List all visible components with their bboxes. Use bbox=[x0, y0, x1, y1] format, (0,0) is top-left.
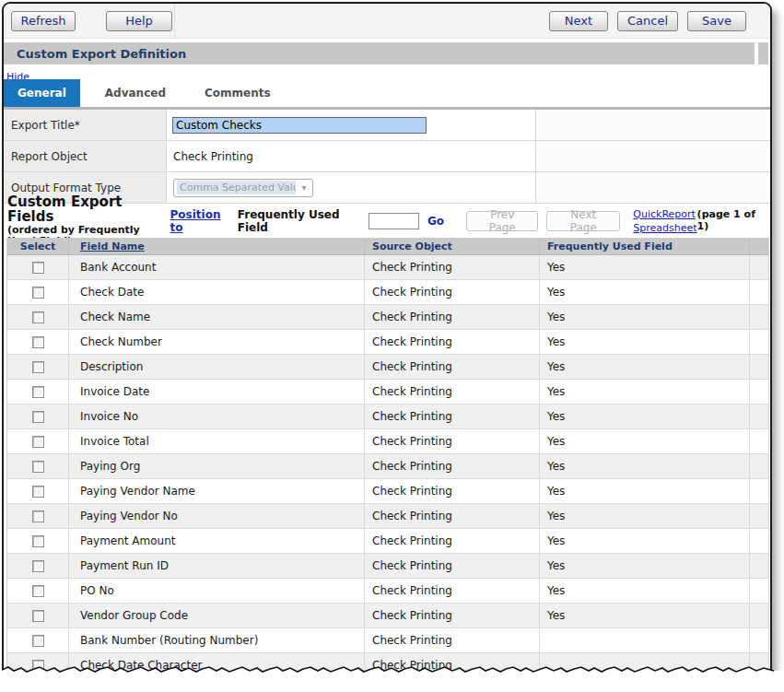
export-links: QuickReport Spreadsheet bbox=[633, 207, 696, 235]
table-row: Paying Org Check Printing Yes bbox=[7, 454, 768, 479]
cell-frequently-used-field: Yes bbox=[540, 380, 750, 404]
column-header-frequently-used-field: Frequently Used Field bbox=[540, 238, 750, 254]
application-window: Refresh Help Next Cancel Save Custom Exp… bbox=[2, 2, 772, 678]
cell-source-object: Check Printing bbox=[365, 554, 540, 578]
row-checkbox[interactable] bbox=[32, 411, 44, 423]
field-name-sort-link[interactable]: Field Name bbox=[80, 240, 145, 252]
cell-end-spacer bbox=[750, 604, 768, 627]
cell-source-object: Check Printing bbox=[365, 405, 540, 428]
row-checkbox[interactable] bbox=[32, 311, 44, 323]
select-cell bbox=[7, 280, 69, 304]
cell-frequently-used-field: Yes bbox=[540, 529, 750, 553]
cell-frequently-used-field: Yes bbox=[540, 280, 750, 304]
page-title: Custom Export Definition bbox=[4, 47, 186, 61]
row-checkbox[interactable] bbox=[32, 461, 44, 473]
select-cell bbox=[7, 429, 69, 453]
select-cell bbox=[7, 305, 69, 329]
cell-field-name: Paying Vendor Name bbox=[69, 479, 365, 503]
cell-frequently-used-field: Yes bbox=[540, 479, 750, 503]
cell-source-object: Check Printing bbox=[365, 479, 540, 503]
row-checkbox[interactable] bbox=[32, 610, 44, 622]
cell-end-spacer bbox=[750, 330, 768, 354]
cell-end-spacer bbox=[750, 380, 768, 404]
spreadsheet-link[interactable]: Spreadsheet bbox=[633, 221, 696, 235]
cell-source-object: Check Printing bbox=[365, 429, 540, 453]
cell-end-spacer bbox=[750, 355, 768, 379]
cell-frequently-used-field: Yes bbox=[540, 604, 750, 627]
next-button[interactable]: Next bbox=[549, 11, 608, 31]
title-bar-end-cap bbox=[758, 42, 768, 65]
row-checkbox[interactable] bbox=[32, 560, 44, 572]
table-row: Description Check Printing Yes bbox=[7, 355, 768, 380]
row-checkbox[interactable] bbox=[32, 486, 44, 498]
cell-source-object: Check Printing bbox=[365, 305, 540, 329]
row-checkbox[interactable] bbox=[32, 535, 44, 547]
table-row: Invoice Total Check Printing Yes bbox=[7, 429, 768, 454]
fields-section-header: Custom Export Fields (ordered by Frequen… bbox=[4, 204, 770, 238]
form-row-spacer bbox=[536, 110, 770, 140]
help-button[interactable]: Help bbox=[106, 11, 172, 31]
cell-frequently-used-field bbox=[540, 628, 750, 652]
cell-field-name: Paying Vendor No bbox=[69, 504, 365, 528]
cell-end-spacer bbox=[750, 255, 768, 279]
column-header-source-object: Source Object bbox=[365, 238, 540, 254]
toolbar-left-group: Refresh Help bbox=[4, 4, 175, 38]
tab-general[interactable]: General bbox=[4, 79, 80, 107]
cell-source-object: Check Printing bbox=[365, 330, 540, 354]
row-checkbox[interactable] bbox=[32, 585, 44, 597]
cell-field-name: Check Name bbox=[69, 305, 365, 329]
cancel-button[interactable]: Cancel bbox=[617, 11, 678, 31]
row-checkbox[interactable] bbox=[32, 361, 44, 373]
select-cell bbox=[7, 454, 69, 478]
form-row-report-object: Report Object Check Printing bbox=[4, 141, 770, 172]
table-row: Bank Number (Routing Number) Check Print… bbox=[7, 628, 768, 653]
tab-advanced[interactable]: Advanced bbox=[91, 79, 180, 107]
select-cell bbox=[7, 604, 69, 627]
cell-frequently-used-field: Yes bbox=[540, 405, 750, 428]
table-row: Check Number Check Printing Yes bbox=[7, 330, 768, 355]
row-checkbox[interactable] bbox=[32, 510, 44, 522]
next-page-button[interactable]: Next Page bbox=[546, 211, 620, 231]
row-checkbox[interactable] bbox=[32, 436, 44, 448]
tab-comments[interactable]: Comments bbox=[191, 79, 285, 107]
prev-page-button[interactable]: Prev Page bbox=[466, 211, 538, 231]
cell-frequently-used-field: Yes bbox=[540, 429, 750, 453]
cell-source-object: Check Printing bbox=[365, 628, 540, 652]
column-header-select: Select bbox=[7, 238, 69, 254]
row-checkbox[interactable] bbox=[32, 336, 44, 348]
save-button[interactable]: Save bbox=[687, 11, 746, 31]
column-header-end-spacer bbox=[750, 238, 768, 254]
position-to-link[interactable]: Position to bbox=[170, 208, 232, 234]
position-to-field-label: Frequently Used Field bbox=[238, 208, 363, 234]
row-checkbox[interactable] bbox=[32, 287, 44, 299]
cell-end-spacer bbox=[750, 429, 768, 453]
position-to-input[interactable] bbox=[369, 213, 419, 229]
cell-field-name: Description bbox=[69, 355, 365, 379]
cell-field-name: Vendor Group Code bbox=[69, 604, 365, 627]
row-checkbox[interactable] bbox=[32, 386, 44, 398]
go-button[interactable]: Go bbox=[427, 215, 444, 228]
table-row: Invoice No Check Printing Yes bbox=[7, 405, 768, 429]
select-cell bbox=[7, 355, 69, 379]
cell-frequently-used-field: Yes bbox=[540, 454, 750, 478]
cell-source-object: Check Printing bbox=[365, 454, 540, 478]
table-row: Bank Account Check Printing Yes bbox=[7, 255, 768, 280]
select-cell bbox=[7, 628, 69, 652]
table-row: Paying Vendor No Check Printing Yes bbox=[7, 504, 768, 529]
table-row: Check Name Check Printing Yes bbox=[7, 305, 768, 330]
table-row: Check Date Check Printing Yes bbox=[7, 280, 768, 305]
quickreport-link[interactable]: QuickReport bbox=[633, 207, 696, 221]
form-row-spacer bbox=[536, 172, 770, 203]
refresh-button[interactable]: Refresh bbox=[11, 11, 76, 31]
row-checkbox[interactable] bbox=[32, 262, 44, 274]
cell-field-name: Invoice No bbox=[69, 405, 365, 428]
row-checkbox[interactable] bbox=[32, 635, 44, 647]
table-header-row: Select Field Name Source Object Frequent… bbox=[7, 238, 768, 255]
cell-field-name: Payment Run ID bbox=[69, 554, 365, 578]
output-format-select[interactable]: Comma Separated Values ▾ bbox=[173, 179, 313, 197]
cell-source-object: Check Printing bbox=[365, 380, 540, 404]
fields-section-title: Custom Export Fields bbox=[7, 194, 170, 225]
column-header-field-name: Field Name bbox=[69, 238, 365, 254]
export-title-input[interactable] bbox=[172, 117, 427, 134]
select-cell bbox=[7, 380, 69, 404]
